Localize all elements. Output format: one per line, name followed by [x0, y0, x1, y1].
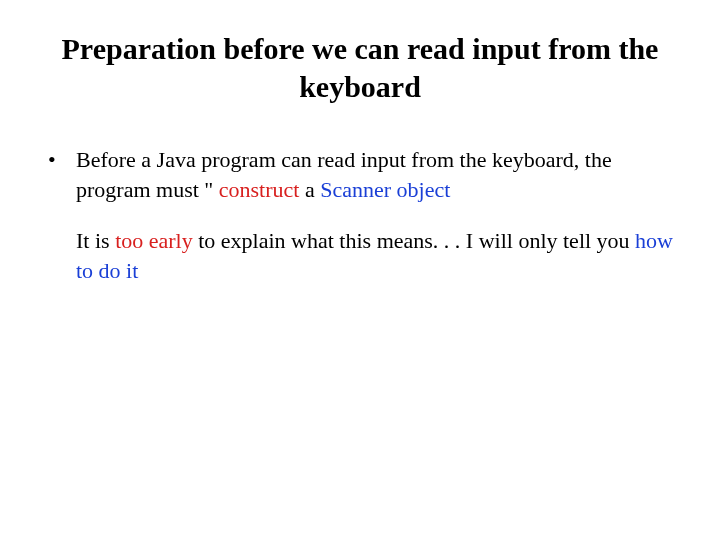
- slide-body: Before a Java program can read input fro…: [40, 145, 680, 286]
- bullet1-space-a: a: [299, 177, 320, 202]
- bullet-list: Before a Java program can read input fro…: [40, 145, 680, 204]
- slide-title: Preparation before we can read input fro…: [60, 30, 660, 105]
- para2-mid: to explain what this means. . . I will o…: [193, 228, 635, 253]
- para2-too-early: too early: [115, 228, 193, 253]
- bullet1-construct: construct: [219, 177, 300, 202]
- paragraph-2: It is too early to explain what this mea…: [40, 226, 680, 285]
- bullet-item-1: Before a Java program can read input fro…: [40, 145, 680, 204]
- slide: Preparation before we can read input fro…: [0, 0, 720, 540]
- para2-lead: It is: [76, 228, 115, 253]
- bullet1-scanner-object: Scanner object: [320, 177, 450, 202]
